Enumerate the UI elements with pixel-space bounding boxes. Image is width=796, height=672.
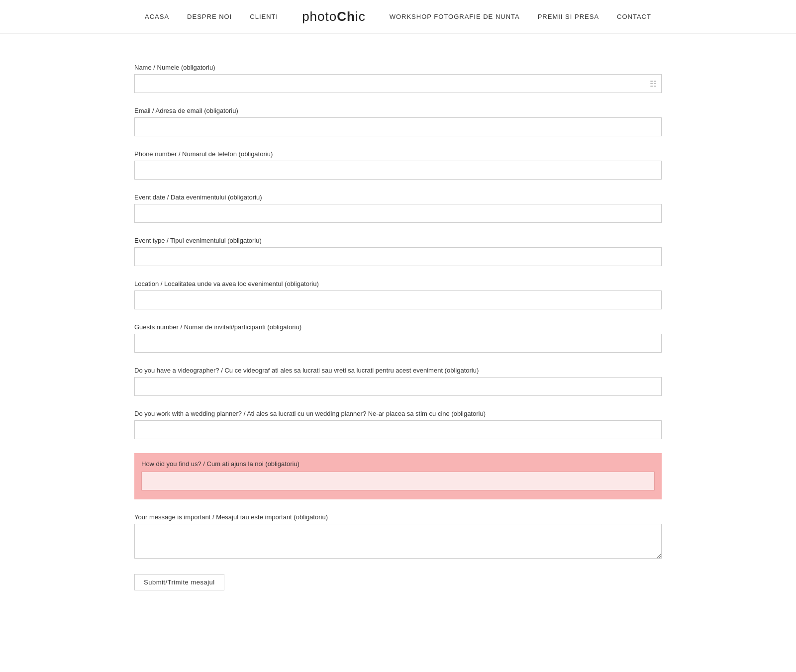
event-date-input[interactable] bbox=[134, 204, 662, 223]
event-date-group: Event date / Data evenimentului (obligat… bbox=[134, 193, 662, 223]
name-input-wrapper: ☷ bbox=[134, 74, 662, 93]
event-type-group: Event type / Tipul evenimentului (obliga… bbox=[134, 237, 662, 266]
nav-link-premii[interactable]: PREMII SI PRESA bbox=[538, 13, 599, 20]
name-group: Name / Numele (obligatoriu) ☷ bbox=[134, 64, 662, 93]
how-found-input[interactable] bbox=[141, 472, 655, 490]
how-found-group: How did you find us? / Cum ati ajuns la … bbox=[134, 453, 662, 499]
event-date-label: Event date / Data evenimentului (obligat… bbox=[134, 193, 662, 201]
nav-link-despre-noi[interactable]: DESPRE NOI bbox=[187, 13, 232, 20]
event-type-input[interactable] bbox=[134, 247, 662, 266]
wedding-planner-group: Do you work with a wedding planner? / At… bbox=[134, 410, 662, 439]
name-input[interactable] bbox=[134, 74, 662, 93]
guests-group: Guests number / Numar de invitati/partic… bbox=[134, 323, 662, 353]
event-type-label: Event type / Tipul evenimentului (obliga… bbox=[134, 237, 662, 244]
contact-form: Name / Numele (obligatoriu) ☷ Email / Ad… bbox=[134, 64, 662, 590]
nav-right: WORKSHOP FOTOGRAFIE DE NUNTA PREMII SI P… bbox=[390, 13, 651, 20]
nav-link-clienti[interactable]: CLIENTI bbox=[250, 13, 278, 20]
nav-link-contact[interactable]: CONTACT bbox=[617, 13, 651, 20]
nav-left: ACASA DESPRE NOI CLIENTI bbox=[145, 13, 278, 20]
logo-text-light: photo bbox=[302, 9, 337, 24]
phone-label: Phone number / Numarul de telefon (oblig… bbox=[134, 150, 662, 158]
name-label: Name / Numele (obligatoriu) bbox=[134, 64, 662, 71]
how-found-label: How did you find us? / Cum ati ajuns la … bbox=[141, 460, 655, 468]
email-label: Email / Adresa de email (obligatoriu) bbox=[134, 107, 662, 114]
submit-button[interactable]: Submit/Trimite mesajul bbox=[134, 574, 224, 590]
message-group: Your message is important / Mesajul tau … bbox=[134, 513, 662, 560]
wedding-planner-input[interactable] bbox=[134, 420, 662, 439]
phone-group: Phone number / Numarul de telefon (oblig… bbox=[134, 150, 662, 180]
nav-link-workshop[interactable]: WORKSHOP FOTOGRAFIE DE NUNTA bbox=[390, 13, 520, 20]
guests-input[interactable] bbox=[134, 334, 662, 353]
location-group: Location / Localitatea unde va avea loc … bbox=[134, 280, 662, 309]
guests-label: Guests number / Numar de invitati/partic… bbox=[134, 323, 662, 331]
message-textarea[interactable] bbox=[134, 524, 662, 559]
location-label: Location / Localitatea unde va avea loc … bbox=[134, 280, 662, 288]
site-logo[interactable]: photoChic bbox=[302, 9, 366, 24]
location-input[interactable] bbox=[134, 290, 662, 309]
submit-wrapper: Submit/Trimite mesajul bbox=[134, 574, 662, 590]
navigation: ACASA DESPRE NOI CLIENTI photoChic WORKS… bbox=[0, 0, 796, 34]
videographer-input[interactable] bbox=[134, 377, 662, 396]
logo-text-bold: Ch bbox=[337, 9, 355, 24]
nav-link-acasa[interactable]: ACASA bbox=[145, 13, 169, 20]
wedding-planner-label: Do you work with a wedding planner? / At… bbox=[134, 410, 662, 417]
videographer-group: Do you have a videographer? / Cu ce vide… bbox=[134, 367, 662, 396]
phone-input[interactable] bbox=[134, 161, 662, 180]
logo-text-light2: ic bbox=[355, 9, 366, 24]
videographer-label: Do you have a videographer? / Cu ce vide… bbox=[134, 367, 662, 374]
email-input[interactable] bbox=[134, 117, 662, 136]
message-label: Your message is important / Mesajul tau … bbox=[134, 513, 662, 521]
email-group: Email / Adresa de email (obligatoriu) bbox=[134, 107, 662, 136]
contact-form-container: Name / Numele (obligatoriu) ☷ Email / Ad… bbox=[114, 64, 682, 590]
